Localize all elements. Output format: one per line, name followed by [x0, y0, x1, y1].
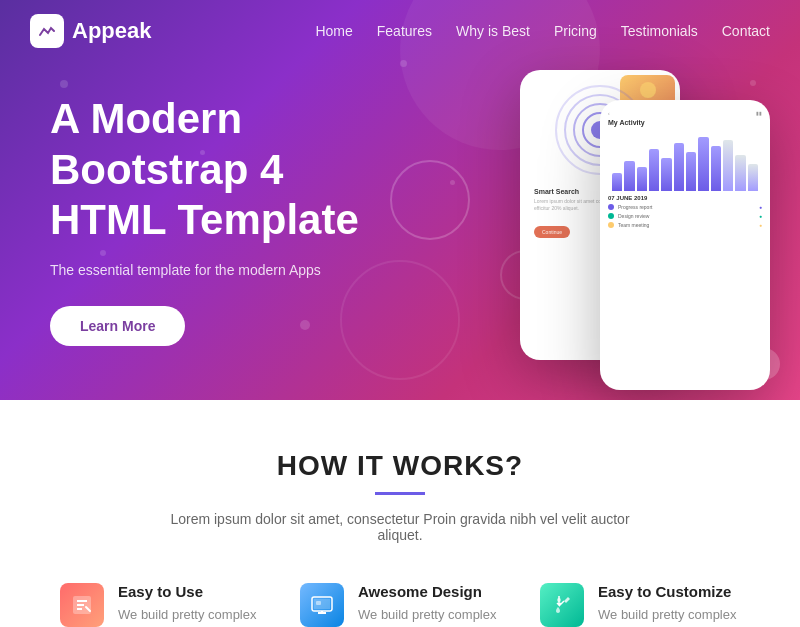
- feature-awesome-design: Awesome Design We build pretty complex t…: [300, 583, 500, 627]
- feature-easy-title: Easy to Use: [118, 583, 260, 600]
- svg-rect-12: [316, 601, 321, 605]
- feature-easy-desc: We build pretty complex tools and: [118, 605, 260, 627]
- feature-easy-to-use: Easy to Use We build pretty complex tool…: [60, 583, 260, 627]
- section-subtitle: Lorem ipsum dolor sit amet, consectetur …: [150, 511, 650, 543]
- activity-item-2: Design review ●: [608, 213, 762, 219]
- nav-link-contact[interactable]: Contact: [722, 23, 770, 39]
- features-grid: Easy to Use We build pretty complex tool…: [40, 583, 760, 627]
- nav-links: HomeFeaturesWhy is BestPricingTestimonia…: [315, 22, 770, 40]
- feature-easy-customize: Easy to Customize We build pretty comple…: [540, 583, 740, 627]
- hero-content: A Modern Bootstrap 4 HTML Template The e…: [0, 24, 380, 375]
- date-label: 07 JUNE 2019: [608, 195, 762, 201]
- chart-area: [608, 131, 762, 191]
- brand-icon: [30, 14, 64, 48]
- hero-title: A Modern Bootstrap 4 HTML Template: [50, 94, 380, 245]
- phone-back-arrow: ‹: [608, 110, 610, 116]
- learn-more-button[interactable]: Learn More: [50, 306, 185, 346]
- phone-top-bar: ‹ ▮▮: [608, 110, 762, 116]
- feature-awesome-desc: We build pretty complex tools and: [358, 605, 500, 627]
- feature-awesome-title: Awesome Design: [358, 583, 500, 600]
- brand-logo[interactable]: Appeak: [30, 14, 151, 48]
- easy-to-use-icon: [60, 583, 104, 627]
- feature-customize-desc: We build pretty complex tools and: [598, 605, 740, 627]
- nav-link-features[interactable]: Features: [377, 23, 432, 39]
- nav-link-testimonials[interactable]: Testimonials: [621, 23, 698, 39]
- svg-point-13: [557, 598, 561, 602]
- nav-link-home[interactable]: Home: [315, 23, 352, 39]
- section-title: HOW IT WORKS?: [40, 450, 760, 482]
- easy-customize-icon: [540, 583, 584, 627]
- activity-item-1: Progress report ●: [608, 204, 762, 210]
- feature-customize-text: Easy to Customize We build pretty comple…: [598, 583, 740, 627]
- navbar: Appeak HomeFeaturesWhy is BestPricingTes…: [0, 0, 800, 62]
- brand-name: Appeak: [72, 18, 151, 44]
- feature-customize-title: Easy to Customize: [598, 583, 740, 600]
- how-it-works-section: HOW IT WORKS? Lorem ipsum dolor sit amet…: [0, 400, 800, 627]
- my-activity-title: My Activity: [608, 119, 762, 126]
- phone-front: ‹ ▮▮ My Activity 07 JUNE 2019: [600, 100, 770, 390]
- feature-awesome-text: Awesome Design We build pretty complex t…: [358, 583, 500, 627]
- section-divider: [375, 492, 425, 495]
- hero-phones: Smart Search Lorem ipsum dolor sit amet …: [440, 50, 780, 390]
- scroll-up-button[interactable]: ▲: [748, 348, 780, 380]
- continue-button[interactable]: Continue: [534, 226, 570, 238]
- awesome-design-icon: [300, 583, 344, 627]
- phone-battery: ▮▮: [756, 110, 762, 116]
- nav-link-pricing[interactable]: Pricing: [554, 23, 597, 39]
- activity-item-3: Team meeting ●: [608, 222, 762, 228]
- feature-easy-text: Easy to Use We build pretty complex tool…: [118, 583, 260, 627]
- nav-link-why-is-best[interactable]: Why is Best: [456, 23, 530, 39]
- hero-subtitle: The essential template for the modern Ap…: [50, 262, 380, 278]
